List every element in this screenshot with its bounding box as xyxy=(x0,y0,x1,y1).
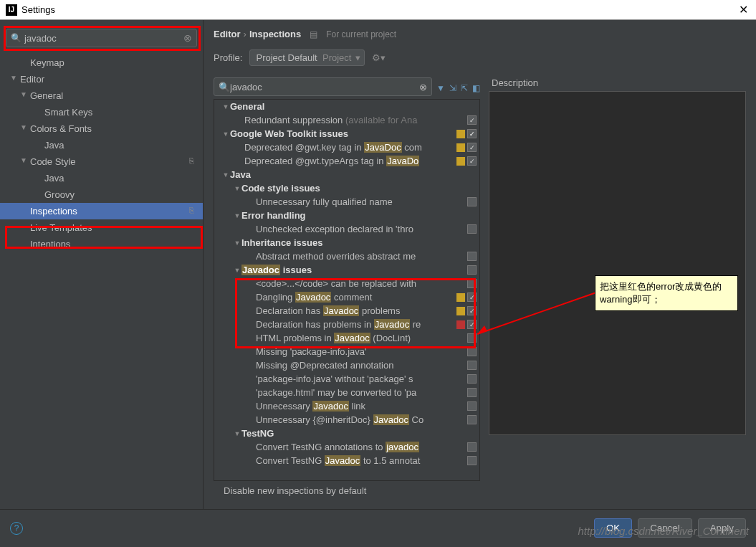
close-icon[interactable]: ✕ xyxy=(736,3,750,16)
sidebar-item-inspections[interactable]: Inspections⎘ xyxy=(0,203,203,219)
inspection-row[interactable]: HTML problems in Javadoc (DocLint) xyxy=(214,331,479,345)
sidebar-item-java[interactable]: Java xyxy=(0,137,203,153)
inspection-checkbox[interactable] xyxy=(467,388,477,397)
inspection-checkbox[interactable] xyxy=(467,306,477,315)
inspection-checkbox[interactable] xyxy=(467,415,477,424)
inspection-row[interactable]: 'package.html' may be converted to 'pa xyxy=(214,386,479,399)
inspection-checkbox[interactable] xyxy=(467,320,477,329)
inspection-row[interactable]: Missing @Deprecated annotation xyxy=(214,358,479,372)
filter-icon[interactable]: ▼ xyxy=(436,83,445,93)
chevron-down-icon[interactable]: ▼ xyxy=(221,171,230,179)
copy-icon[interactable]: ⎘ xyxy=(189,206,194,214)
inspection-checkbox[interactable] xyxy=(467,347,477,356)
inspection-row[interactable]: ▼Code style issues xyxy=(214,181,479,195)
inspection-row[interactable]: Unnecessary fully qualified name xyxy=(214,195,479,209)
profile-select[interactable]: Project Default Project xyxy=(249,49,365,66)
inspection-row[interactable]: Declaration has problems in Javadoc re xyxy=(214,318,479,331)
inspection-checkbox[interactable] xyxy=(467,374,477,384)
inspection-checkbox[interactable] xyxy=(467,143,477,152)
sidebar-item-groovy[interactable]: Groovy xyxy=(0,186,203,203)
chevron-down-icon[interactable]: ▼ xyxy=(221,103,230,110)
breadcrumb-editor[interactable]: Editor xyxy=(214,29,241,39)
inspection-checkbox[interactable] xyxy=(467,292,477,302)
inspection-checkbox[interactable] xyxy=(467,361,477,370)
profile-row: Profile: Project Default Project ⚙▾ xyxy=(214,49,746,66)
inspection-row[interactable]: Redundant suppression (available for Ana xyxy=(214,113,479,127)
search-icon: 🔍 xyxy=(11,33,21,43)
inspection-row[interactable]: 'package-info.java' without 'package' s xyxy=(214,372,479,386)
sidebar-item-editor[interactable]: ▼Editor xyxy=(0,71,203,87)
sidebar-search[interactable]: 🔍 ⊗ xyxy=(6,29,197,47)
sidebar-item-java[interactable]: Java xyxy=(0,170,203,186)
inspection-row[interactable]: ▼Error handling xyxy=(214,209,479,222)
sidebar-item-general[interactable]: ▼General xyxy=(0,87,203,104)
chevron-down-icon[interactable]: ▼ xyxy=(233,185,241,192)
inspection-row[interactable]: ▼General xyxy=(214,100,479,113)
sidebar-search-input[interactable] xyxy=(24,33,183,44)
gear-icon[interactable]: ⚙▾ xyxy=(372,52,386,63)
inspection-row[interactable]: ▼Inheritance issues xyxy=(214,236,479,249)
sidebar-item-live-templates[interactable]: Live Templates xyxy=(0,219,203,236)
annotation-callout: 把这里红色的error改成黄色的warning即可； xyxy=(595,275,738,311)
chevron-down-icon[interactable]: ▼ xyxy=(221,130,230,138)
inspection-checkbox[interactable] xyxy=(467,442,477,452)
inspection-checkbox[interactable] xyxy=(467,265,477,275)
chevron-icon[interactable]: ▼ xyxy=(20,90,27,98)
inspection-label: Deprecated @gwt.typeArgs tag in JavaDo xyxy=(244,156,456,166)
inspection-row[interactable]: Convert TestNG annotations to javadoc xyxy=(214,440,479,454)
inspection-checkbox[interactable] xyxy=(467,252,477,261)
inspections-search-input[interactable] xyxy=(230,82,419,92)
disable-new-inspections-row[interactable]: Disable new inspections by default xyxy=(214,481,480,500)
inspection-checkbox[interactable] xyxy=(467,401,477,411)
chevron-icon[interactable]: ▼ xyxy=(20,123,27,131)
inspection-row[interactable]: ▼Java xyxy=(214,168,479,181)
inspection-row[interactable]: Unnecessary Javadoc link xyxy=(214,399,479,413)
inspection-label: Java xyxy=(230,169,479,180)
chevron-down-icon[interactable]: ▼ xyxy=(233,212,241,219)
inspections-search[interactable]: 🔍 ⊗ xyxy=(214,77,432,96)
sidebar-item-intentions[interactable]: Intentions xyxy=(0,236,203,252)
sidebar-item-smart-keys[interactable]: Smart Keys xyxy=(0,104,203,120)
inspection-row[interactable]: Deprecated @gwt.typeArgs tag in JavaDo xyxy=(214,154,479,168)
sidebar-item-code-style[interactable]: ▼Code Style⎘ xyxy=(0,153,203,170)
inspection-row[interactable]: Missing 'package-info.java' xyxy=(214,345,479,358)
inspection-label: Convert TestNG annotations to javadoc xyxy=(256,442,467,452)
inspection-row[interactable]: Dangling Javadoc comment xyxy=(214,290,479,304)
inspection-row[interactable]: ▼TestNG xyxy=(214,427,479,440)
chevron-down-icon[interactable]: ▼ xyxy=(233,430,241,437)
inspection-row[interactable]: Abstract method overrides abstract me xyxy=(214,249,479,263)
copy-icon[interactable]: ⎘ xyxy=(189,156,194,165)
inspection-row[interactable]: Declaration has Javadoc problems xyxy=(214,304,479,318)
inspection-label: Redundant suppression (available for Ana xyxy=(244,115,467,125)
inspection-checkbox[interactable] xyxy=(467,129,477,138)
chevron-icon[interactable]: ▼ xyxy=(20,156,27,164)
inspection-row[interactable]: ▼Javadoc issues xyxy=(214,263,479,277)
clear-search-icon[interactable]: ⊗ xyxy=(183,32,192,44)
inspection-checkbox[interactable] xyxy=(467,224,477,234)
help-icon[interactable]: ? xyxy=(10,522,23,535)
inspection-row[interactable]: ▼Google Web Toolkit issues xyxy=(214,127,479,141)
chevron-down-icon[interactable]: ▼ xyxy=(233,239,241,247)
sidebar-item-keymap[interactable]: Keymap xyxy=(0,54,203,71)
inspection-checkbox[interactable] xyxy=(467,156,477,166)
expand-icon[interactable]: ⇲ xyxy=(449,83,456,93)
inspection-row[interactable]: Unnecessary {@inheritDoc} Javadoc Co xyxy=(214,413,479,427)
collapse-icon[interactable]: ⇱ xyxy=(461,83,468,93)
clear-icon[interactable]: ⊗ xyxy=(419,82,427,92)
chevron-down-icon[interactable]: ▼ xyxy=(233,267,241,274)
inspection-row[interactable]: Unchecked exception declared in 'thro xyxy=(214,222,479,236)
sidebar-item-colors-fonts[interactable]: ▼Colors & Fonts xyxy=(0,120,203,137)
inspection-label: Error handling xyxy=(241,210,479,221)
inspection-row[interactable]: Deprecated @gwt.key tag in JavaDoc com xyxy=(214,141,479,154)
inspection-row[interactable]: <code>...</code> can be replaced with xyxy=(214,277,479,290)
chevron-icon[interactable]: ▼ xyxy=(10,74,17,82)
search-icon: 🔍 xyxy=(219,82,230,92)
inspection-row[interactable]: Convert TestNG Javadoc to 1.5 annotat xyxy=(214,454,479,467)
inspection-checkbox[interactable] xyxy=(467,279,477,288)
inspection-checkbox[interactable] xyxy=(467,456,477,465)
inspection-checkbox[interactable] xyxy=(467,197,477,206)
inspections-tree[interactable]: ▼GeneralRedundant suppression (available… xyxy=(214,99,480,481)
inspection-checkbox[interactable] xyxy=(467,115,477,125)
reset-icon[interactable]: ◧ xyxy=(472,83,480,93)
inspection-checkbox[interactable] xyxy=(467,333,477,343)
